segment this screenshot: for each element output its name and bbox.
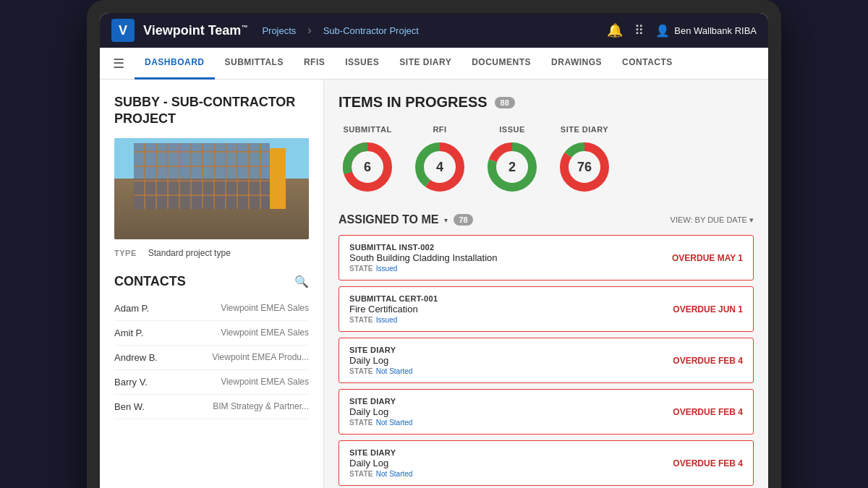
assigned-dropdown-arrow[interactable]: ▾ [444, 216, 448, 224]
task-due-date: OVERDUE FEB 4 [673, 458, 743, 468]
app-logo: V [111, 19, 135, 42]
chart-label-site-diary: SITE DIARY [561, 125, 608, 134]
state-value: Not Started [376, 419, 413, 427]
donut-value-submittal: 6 [364, 160, 371, 175]
tab-drawings[interactable]: DRAWINGS [541, 48, 612, 80]
chart-rfi: RFI 4 [411, 125, 469, 196]
state-label: STATE [349, 367, 373, 375]
contact-name: Ben W. [114, 401, 145, 412]
assigned-title[interactable]: ASSIGNED TO ME [339, 213, 438, 226]
state-label: STATE [349, 419, 373, 427]
assigned-header: ASSIGNED TO ME ▾ 78 VIEW: BY DUE DATE ▾ [339, 213, 754, 226]
chart-label-rfi: RFI [433, 125, 446, 134]
screen: V Viewpoint Team™ Projects › Sub-Contrac… [100, 13, 768, 488]
state-value: Issued [376, 316, 397, 324]
donut-value-rfi: 4 [436, 160, 443, 175]
task-state-row: STATE Not Started [349, 470, 412, 478]
task-type: SITE DIARY [349, 448, 412, 457]
tab-contacts[interactable]: CONTACTS [612, 48, 683, 80]
bell-icon[interactable]: 🔔 [607, 22, 623, 38]
tab-rfis[interactable]: RFIS [294, 48, 335, 80]
contacts-search-button[interactable]: 🔍 [294, 275, 309, 288]
breadcrumb-separator: › [307, 24, 311, 37]
user-icon: 👤 [655, 24, 670, 38]
task-left: SITE DIARY Daily Log STATE Not Started [349, 448, 412, 478]
contact-name: Amit P. [114, 328, 143, 338]
task-left: SUBMITTAL CERT-001 Fire Certification ST… [349, 294, 438, 324]
task-name: Fire Certification [349, 304, 438, 314]
task-type: SUBMITTAL INST-002 [349, 243, 498, 252]
project-type-row: TYPE Standard project type [114, 248, 309, 258]
contacts-header: CONTACTS 🔍 [114, 274, 309, 289]
contact-row[interactable]: Ben W. BIM Strategy & Partner... [114, 395, 309, 419]
contact-org: Viewpoint EMEA Produ... [212, 352, 309, 362]
project-image [114, 138, 309, 239]
donut-value-issue: 2 [509, 160, 516, 175]
breadcrumb-project: Sub-Contractor Project [323, 25, 419, 36]
task-name: Daily Log [349, 458, 412, 468]
tab-site-diary[interactable]: SITE DIARY [389, 48, 461, 80]
hamburger-button[interactable]: ☰ [106, 56, 132, 72]
contact-org: BIM Strategy & Partner... [213, 401, 309, 411]
contact-name: Adam P. [114, 303, 149, 314]
task-type: SITE DIARY [349, 397, 412, 406]
user-name: Ben Wallbank RIBA [674, 25, 757, 36]
task-type: SUBMITTAL CERT-001 [349, 294, 438, 303]
chart-label-submittal: SUBMITTAL [343, 125, 391, 134]
task-left: SUBMITTAL INST-002 South Building Claddi… [349, 243, 498, 273]
contacts-title: CONTACTS [114, 274, 186, 289]
donut-submittal: 6 [339, 138, 396, 196]
chart-label-issue: ISSUE [499, 125, 525, 134]
contact-row[interactable]: Barry V. Viewpoint EMEA Sales [114, 370, 309, 395]
contact-org: Viewpoint EMEA Sales [221, 303, 309, 313]
building-structure [134, 143, 270, 209]
state-label: STATE [349, 470, 373, 478]
state-label: STATE [349, 316, 373, 324]
items-in-progress-badge: 88 [495, 97, 515, 108]
user-info: 👤 Ben Wallbank RIBA [655, 24, 757, 38]
state-value: Not Started [376, 470, 413, 478]
assigned-badge: 78 [454, 214, 472, 226]
main-content: SUBBY - SUB-CONTRACTOR PROJECT TYPE Stan… [100, 80, 768, 488]
contact-name: Andrew B. [114, 352, 158, 363]
items-in-progress-title: ITEMS IN PROGRESS [339, 94, 488, 111]
tab-submittals[interactable]: SUBMITTALS [215, 48, 294, 80]
top-nav: V Viewpoint Team™ Projects › Sub-Contrac… [100, 13, 768, 48]
donut-value-site-diary: 76 [577, 160, 592, 175]
tab-issues[interactable]: ISSUES [335, 48, 389, 80]
task-state-row: STATE Not Started [349, 367, 412, 375]
grid-icon[interactable]: ⠿ [634, 22, 644, 38]
task-item[interactable]: SITE DIARY Daily Log STATE Not Started O… [339, 440, 754, 486]
contact-row[interactable]: Andrew B. Viewpoint EMEA Produ... [114, 346, 309, 370]
tab-dashboard[interactable]: DASHBOARD [135, 48, 215, 80]
state-value: Issued [376, 265, 397, 273]
device-frame: V Viewpoint Team™ Projects › Sub-Contrac… [87, 0, 781, 488]
task-item[interactable]: SITE DIARY Daily Log STATE Not Started O… [339, 338, 754, 383]
view-by-selector[interactable]: VIEW: BY DUE DATE ▾ [671, 215, 754, 225]
project-type-value: Standard project type [148, 248, 231, 258]
right-panel: ITEMS IN PROGRESS 88 SUBMITTAL 6 [324, 80, 768, 488]
task-state-row: STATE Issued [349, 265, 498, 273]
donut-issue: 2 [483, 138, 541, 196]
chart-submittal: SUBMITTAL 6 [339, 125, 396, 196]
task-due-date: OVERDUE MAY 1 [672, 253, 743, 263]
task-item[interactable]: SITE DIARY Daily Log STATE Not Started O… [339, 389, 754, 435]
items-progress-header: ITEMS IN PROGRESS 88 [339, 94, 754, 111]
contacts-section: CONTACTS 🔍 Adam P. Viewpoint EMEA Sales … [114, 274, 309, 419]
task-name: South Building Cladding Installation [349, 252, 498, 263]
project-title: SUBBY - SUB-CONTRACTOR PROJECT [114, 94, 309, 128]
task-item[interactable]: SUBMITTAL INST-002 South Building Claddi… [339, 235, 754, 281]
chart-site-diary: SITE DIARY 76 [556, 125, 613, 196]
task-left: SITE DIARY Daily Log STATE Not Started [349, 397, 412, 427]
scaffold [134, 143, 270, 209]
contact-row[interactable]: Adam P. Viewpoint EMEA Sales [114, 296, 309, 321]
tab-documents[interactable]: DOCUMENTS [461, 48, 541, 80]
task-name: Daily Log [349, 406, 412, 417]
task-item[interactable]: SUBMITTAL CERT-001 Fire Certification ST… [339, 286, 754, 332]
task-due-date: OVERDUE FEB 4 [673, 356, 743, 366]
breadcrumb-projects[interactable]: Projects [262, 25, 296, 36]
contact-row[interactable]: Amit P. Viewpoint EMEA Sales [114, 321, 309, 346]
state-value: Not Started [376, 367, 413, 375]
task-due-date: OVERDUE FEB 4 [673, 407, 743, 417]
task-name: Daily Log [349, 355, 412, 366]
